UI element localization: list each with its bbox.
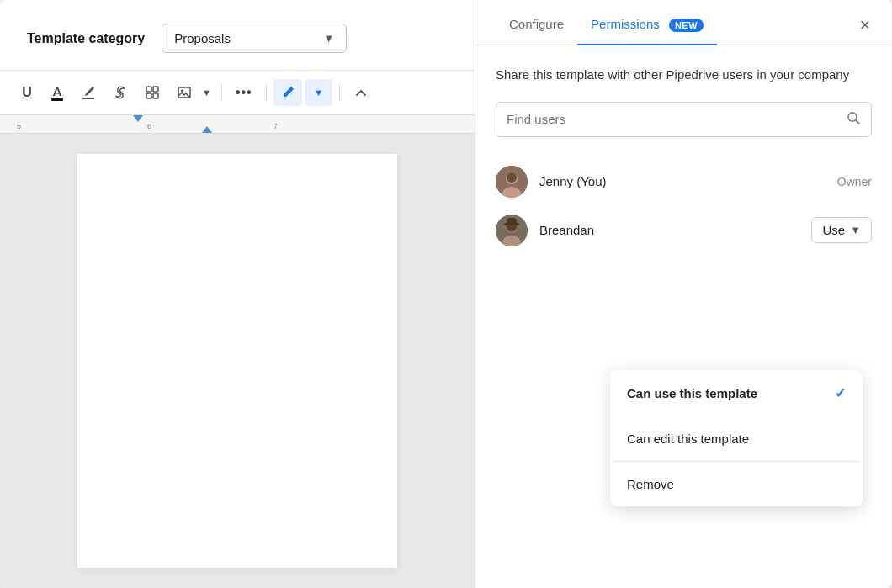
image-icon <box>177 85 192 100</box>
tab-permissions[interactable]: Permissions NEW <box>577 0 717 45</box>
template-category-select[interactable]: Proposals ▼ <box>162 24 347 53</box>
template-category-label: Template category <box>27 31 145 46</box>
breandan-avatar-image <box>496 215 528 246</box>
dropdown-item-edit[interactable]: Can edit this template <box>610 416 863 461</box>
ruler-marker-triangle-up <box>202 126 212 133</box>
use-dropdown-button[interactable]: Use ▼ <box>811 217 872 243</box>
svg-rect-4 <box>153 93 158 98</box>
insert-icon <box>145 85 160 100</box>
pen-icon <box>280 85 295 100</box>
ruler-marker-triangle-down <box>133 115 143 122</box>
use-dropdown-arrow-icon: ▼ <box>850 224 861 236</box>
tab-configure[interactable]: Configure <box>496 0 577 45</box>
font-color-button[interactable]: A <box>44 79 71 106</box>
template-header: Template category Proposals ▼ <box>0 0 475 71</box>
collapse-button[interactable] <box>347 79 375 106</box>
link-button[interactable] <box>106 79 135 106</box>
search-icon <box>846 110 861 129</box>
right-panel: Configure Permissions NEW Share this tem… <box>475 0 892 588</box>
new-badge: NEW <box>669 19 704 32</box>
find-users-input[interactable] <box>507 112 846 126</box>
font-color-icon: A <box>51 85 63 101</box>
ruler-marks: 5 6 7 <box>0 115 475 133</box>
editor-toolbar: U A <box>0 71 475 115</box>
left-panel: Template category Proposals ▼ U A <box>0 0 475 588</box>
user-row-breandan: Breandan Use ▼ <box>496 206 872 255</box>
user-list: Jenny (You) Owner <box>496 157 872 255</box>
pen-dropdown-button[interactable]: ▼ <box>305 79 332 106</box>
insert-button[interactable] <box>138 79 167 106</box>
modal-container: × Template category Proposals ▼ U A <box>0 0 892 588</box>
jenny-avatar-image <box>496 166 528 198</box>
editor-ruler: 5 6 7 <box>0 115 475 134</box>
check-icon: ✓ <box>835 385 846 401</box>
svg-line-8 <box>856 120 859 124</box>
find-users-field[interactable] <box>496 102 872 137</box>
avatar-jenny <box>496 166 528 198</box>
dropdown-item-edit-label: Can edit this template <box>627 432 749 446</box>
template-select-value: Proposals <box>174 31 231 45</box>
svg-rect-18 <box>507 218 517 225</box>
dropdown-item-use-label: Can use this template <box>627 386 757 400</box>
highlight-button[interactable] <box>74 79 103 106</box>
collapse-icon <box>353 85 369 100</box>
pen-dropdown-arrow: ▼ <box>314 87 323 98</box>
use-dropdown-value: Use <box>822 223 845 237</box>
tabs-container: Configure Permissions NEW <box>475 0 892 45</box>
pen-button[interactable] <box>273 79 302 106</box>
toolbar-separator-3 <box>339 84 340 101</box>
dropdown-item-remove[interactable]: Remove <box>610 462 863 506</box>
image-dropdown-arrow[interactable]: ▼ <box>202 87 211 98</box>
toolbar-separator-1 <box>221 84 222 101</box>
user-role-jenny: Owner <box>837 175 872 188</box>
user-row-jenny: Jenny (You) Owner <box>496 157 872 206</box>
link-icon <box>113 85 128 100</box>
underline-button[interactable]: U <box>13 79 40 106</box>
share-description: Share this template with other Pipedrive… <box>496 66 872 85</box>
svg-rect-0 <box>82 98 94 99</box>
permissions-tab-label: Permissions <box>591 17 660 31</box>
svg-point-12 <box>507 172 517 183</box>
svg-rect-3 <box>146 93 151 98</box>
dropdown-item-use[interactable]: Can use this template ✓ <box>610 370 863 416</box>
highlight-icon <box>81 85 96 100</box>
close-button[interactable]: × <box>852 12 879 39</box>
more-options-button[interactable]: ••• <box>229 79 259 106</box>
svg-rect-2 <box>153 87 158 92</box>
user-name-jenny: Jenny (You) <box>539 174 826 188</box>
svg-rect-1 <box>146 87 151 92</box>
image-button[interactable] <box>170 79 199 106</box>
chevron-down-icon: ▼ <box>323 32 334 45</box>
permissions-content: Share this template with other Pipedrive… <box>475 45 892 588</box>
document-page <box>77 154 397 568</box>
underline-icon: U <box>22 85 32 100</box>
avatar-breandan <box>496 215 528 246</box>
toolbar-separator-2 <box>266 84 267 101</box>
editor-area <box>0 134 475 588</box>
svg-point-6 <box>181 90 183 93</box>
permission-dropdown-menu: Can use this template ✓ Can edit this te… <box>610 370 863 506</box>
user-name-breandan: Breandan <box>539 223 799 237</box>
modal-body: Template category Proposals ▼ U A <box>0 0 892 588</box>
